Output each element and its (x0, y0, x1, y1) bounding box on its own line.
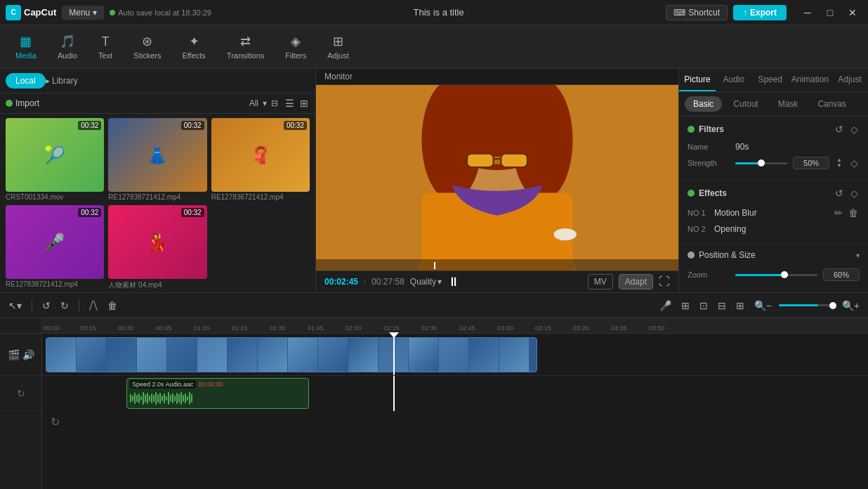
filters-actions: ↺ ◇ (834, 122, 860, 136)
zoom-thumb[interactable] (829, 302, 836, 309)
view-buttons: ☰ ⊞ (284, 96, 310, 110)
list-item[interactable]: 🧣 00:32 RE127836721412.mp4 (211, 118, 310, 201)
delete-button[interactable]: 🗑 (105, 297, 120, 314)
timeline-tool-3[interactable]: ⊟ (715, 297, 729, 314)
media-thumb-4[interactable]: 🎤 00:32 (6, 205, 104, 279)
undo-button[interactable]: ↺ (39, 297, 53, 314)
media-thumb-1[interactable]: 🎾 00:32 (6, 118, 104, 192)
tab-animation[interactable]: Animation (789, 69, 831, 91)
zoom-in-button[interactable]: 🔍+ (839, 297, 862, 314)
main-area: Local ▸ Library Import All ▾ ⊟ ☰ ⊞ (0, 69, 868, 292)
tab-audio[interactable]: Audio (716, 69, 752, 91)
all-filter[interactable]: All ▾ ⊟ (249, 98, 278, 108)
tool-media[interactable]: ▦ Media (6, 30, 46, 64)
menu-button[interactable]: Menu ▾ (62, 6, 104, 20)
topbar: C CapCut Menu ▾ Auto save local at 18:30… (0, 0, 868, 25)
audio-clip[interactable]: Speed 2.0x Audio.aac 00:00:00 (126, 378, 309, 409)
position-size-section[interactable]: Position & Size ▾ (679, 244, 868, 266)
tool-effects[interactable]: ✦ Effects (172, 30, 215, 64)
video-clip[interactable] (46, 337, 537, 372)
add-track-button[interactable]: ↻ (51, 415, 60, 429)
tool-stickers[interactable]: ⊛ Stickers (124, 30, 171, 64)
strength-down[interactable]: ▼ (835, 163, 843, 169)
effects-dot (688, 190, 695, 197)
tab-picture[interactable]: Picture (679, 69, 716, 91)
effects-save-button[interactable]: ◇ (849, 186, 860, 200)
media-thumb-2[interactable]: 👗 00:32 (108, 118, 206, 192)
split-button[interactable]: ⧸⧹ (86, 296, 100, 314)
select-tool-button[interactable]: ↖▾ (6, 297, 25, 314)
media-thumb-3[interactable]: 🧣 00:32 (211, 118, 310, 192)
filters-header: Filters ↺ ◇ (688, 122, 860, 136)
shortcut-button[interactable]: ⌨ Shortcut (666, 5, 728, 20)
export-button[interactable]: ↑ Export (733, 5, 787, 20)
list-item[interactable]: 💃 00:32 人物素材 04.mp4 (108, 205, 206, 290)
sub-tab-canvas[interactable]: Canvas (809, 96, 855, 112)
frame-11 (348, 338, 378, 372)
ruler-spacer (0, 318, 41, 334)
tab-adjust[interactable]: Adjust (831, 69, 868, 91)
quality-button[interactable]: Quality ▾ (410, 277, 442, 287)
tool-audio[interactable]: 🎵 Audio (48, 30, 87, 64)
mute-icon[interactable]: 🔊 (22, 349, 34, 360)
minimize-button[interactable]: ─ (798, 5, 817, 20)
mic-button[interactable]: 🎤 (657, 297, 674, 314)
play-pause-button[interactable]: ⏸ (447, 275, 460, 289)
adapt-button[interactable]: Adapt (619, 274, 653, 289)
filter-strength-label: Strength (688, 159, 730, 167)
timeline-tool-1[interactable]: ⊞ (678, 297, 692, 314)
tab-library[interactable]: ▸ Library (46, 74, 78, 87)
timeline-tracks-container: 00:00 00:15 00:30 00:45 01:00 01:15 01:3… (42, 318, 868, 489)
effect-edit-1[interactable]: ✏ (833, 206, 844, 220)
tool-text[interactable]: T Text (88, 30, 122, 64)
media-controls: Import All ▾ ⊟ ☰ ⊞ (0, 93, 315, 114)
strength-reset[interactable]: ◇ (849, 156, 860, 170)
effect-row-1: NO 1 Motion Blur ✏ 🗑 (688, 206, 860, 220)
list-item[interactable]: 👗 00:32 RE127838721412.mp4 (108, 118, 206, 201)
redo-button[interactable]: ↻ (58, 297, 72, 314)
timeline-tool-2[interactable]: ⊡ (697, 297, 711, 314)
list-item[interactable]: 🎤 00:32 RE127838721412.mp4 (6, 205, 104, 290)
strength-slider-thumb[interactable] (758, 159, 765, 167)
sub-tab-basic[interactable]: Basic (685, 96, 722, 112)
loop-icon[interactable]: ↻ (17, 388, 25, 399)
strength-slider[interactable] (735, 162, 787, 164)
zoom-slider-thumb[interactable] (781, 271, 788, 278)
list-item[interactable]: 🎾 00:32 CRST001334.mov (6, 118, 104, 201)
import-button[interactable]: Import (6, 98, 39, 108)
list-view-button[interactable]: ☰ (284, 96, 296, 110)
sub-tab-mask[interactable]: Mask (770, 96, 807, 112)
thumb-badge-4: 00:32 (78, 208, 101, 217)
speed-label: Speed 2.0x Audio.aac (130, 380, 196, 389)
filters-reset-button[interactable]: ↺ (834, 122, 845, 136)
tool-filters-label: Filters (285, 51, 306, 60)
zoom-track[interactable] (779, 304, 835, 306)
grid-view-button[interactable]: ⊞ (298, 96, 310, 110)
mv-button[interactable]: MV (588, 274, 613, 289)
video-placeholder (316, 85, 678, 270)
zoom-slider[interactable] (735, 274, 817, 276)
timeline-tool-4[interactable]: ⊞ (733, 297, 747, 314)
tab-local[interactable]: Local (6, 73, 46, 89)
zoom-out-button[interactable]: 🔍− (751, 297, 775, 314)
sub-tab-cutout[interactable]: Cutout (725, 96, 766, 112)
strength-input[interactable]: 50% (793, 157, 829, 169)
filters-save-button[interactable]: ◇ (849, 122, 860, 136)
effect-delete-1[interactable]: 🗑 (847, 206, 860, 220)
close-button[interactable]: ✕ (843, 5, 862, 20)
tool-text-label: Text (98, 51, 112, 60)
tool-filters[interactable]: ◈ Filters (275, 30, 316, 64)
right-panel: Picture Audio Speed Animation Adjust Bas… (678, 69, 868, 292)
tool-adjust[interactable]: ⊞ Adjust (317, 30, 359, 64)
maximize-button[interactable]: □ (820, 5, 840, 20)
media-thumb-5[interactable]: 💃 00:32 (108, 205, 206, 279)
svg-point-5 (513, 85, 573, 200)
window-controls: ─ □ ✕ (798, 5, 862, 20)
tool-transitions[interactable]: ⇄ Transitions (217, 30, 274, 64)
effects-reset-button[interactable]: ↺ (834, 186, 845, 200)
filters-title: Filters (699, 124, 724, 134)
tab-speed[interactable]: Speed (752, 69, 789, 91)
video-track-icon[interactable]: 🎬 (8, 349, 20, 360)
zoom-input[interactable]: 60% (823, 268, 860, 281)
fullscreen-button[interactable]: ⛶ (659, 275, 670, 288)
